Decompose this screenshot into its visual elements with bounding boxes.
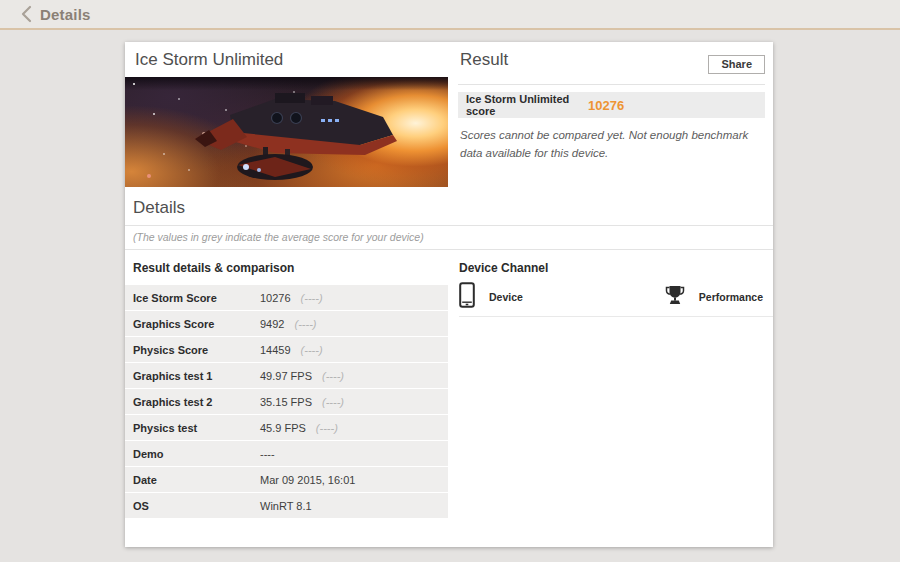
app-screen: Details Ice Storm Unlimited — [0, 0, 900, 562]
result-header: Result Share — [458, 42, 765, 85]
details-title: Details — [133, 198, 185, 217]
table-row: Demo ---- — [125, 441, 448, 466]
result-title: Result — [460, 50, 508, 70]
back-button[interactable]: Details — [20, 5, 91, 23]
table-row: Physics Score 14459 (----) — [125, 337, 448, 362]
table-row: Graphics test 1 49.97 FPS (----) — [125, 363, 448, 388]
result-details-table-title: Result details & comparison — [133, 261, 448, 275]
overall-score-value: 10276 — [588, 98, 624, 113]
table-row: Graphics test 2 35.15 FPS (----) — [125, 389, 448, 414]
result-details-table: Ice Storm Score 10276 (----) Graphics Sc… — [125, 285, 448, 518]
table-row: Physics test 45.9 FPS (----) — [125, 415, 448, 440]
overall-score-label: Ice Storm Unlimited score — [466, 93, 588, 117]
device-channel-title: Device Channel — [459, 261, 773, 275]
trophy-icon — [665, 285, 685, 309]
device-channel-item[interactable]: Device — [459, 282, 523, 312]
details-section: Details (The values in grey indicate the… — [125, 190, 773, 519]
comparison-note: Scores cannot be compared yet. Not enoug… — [458, 127, 765, 163]
table-row: Ice Storm Score 10276 (----) — [125, 285, 448, 310]
benchmark-title: Ice Storm Unlimited — [135, 50, 283, 69]
share-button[interactable]: Share — [708, 55, 765, 74]
table-row: Date Mar 09 2015, 16:01 — [125, 467, 448, 492]
benchmark-artwork-image — [125, 77, 448, 187]
result-panel: Result Share Ice Storm Unlimited score 1… — [458, 42, 765, 163]
details-header: Details — [125, 190, 773, 226]
top-bar: Details — [0, 0, 900, 30]
results-card: Ice Storm Unlimited — [125, 42, 773, 547]
device-channel-row: Device — [459, 275, 773, 317]
performance-channel-item[interactable]: Performance — [665, 285, 763, 309]
benchmark-title-header: Ice Storm Unlimited — [125, 42, 448, 77]
device-label: Device — [489, 291, 523, 303]
result-details-column: Result details & comparison Ice Storm Sc… — [125, 250, 448, 519]
page-title: Details — [40, 6, 91, 23]
table-row: Graphics Score 9492 (----) — [125, 311, 448, 336]
chevron-left-icon — [20, 5, 32, 23]
overall-score-row: Ice Storm Unlimited score 10276 — [458, 92, 765, 118]
spaceship-illustration — [125, 77, 448, 187]
grey-values-note: (The values in grey indicate the average… — [125, 226, 773, 250]
table-row: OS WinRT 8.1 — [125, 493, 448, 518]
device-icon — [459, 282, 475, 312]
device-channel-column: Device Channel Device — [448, 250, 773, 519]
performance-label: Performance — [699, 291, 763, 303]
